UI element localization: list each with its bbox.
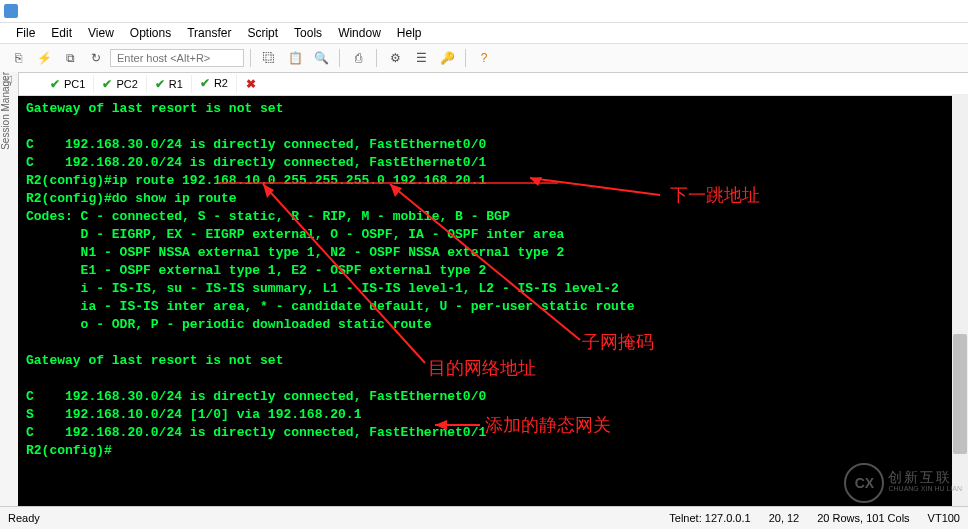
menu-help[interactable]: Help — [389, 24, 430, 42]
check-icon: ✔ — [50, 77, 60, 91]
status-pos: 20, 12 — [769, 512, 800, 524]
watermark-main: 创新互联 — [888, 471, 962, 483]
tab-pc1[interactable]: ✔PC1 — [42, 75, 94, 93]
close-tab-icon[interactable]: ✖ — [239, 72, 263, 96]
help-icon[interactable]: ? — [472, 46, 496, 70]
paste-icon[interactable]: 📋 — [283, 46, 307, 70]
separator-1 — [250, 49, 251, 67]
toolbar: ⎘ ⚡ ⧉ ↻ ⿻ 📋 🔍 ⎙ ⚙ ☰ 🔑 ? — [0, 44, 968, 73]
key-icon[interactable]: 🔑 — [435, 46, 459, 70]
menu-view[interactable]: View — [80, 24, 122, 42]
tab-label: PC1 — [64, 78, 85, 90]
tab-label: PC2 — [116, 78, 137, 90]
app-icon — [4, 4, 18, 18]
status-emul: VT100 — [928, 512, 960, 524]
scrollbar[interactable] — [952, 94, 968, 506]
session-opts-icon[interactable]: ☰ — [409, 46, 433, 70]
status-ready: Ready — [8, 512, 40, 524]
menu-options[interactable]: Options — [122, 24, 179, 42]
disconnect-icon[interactable]: ↻ — [84, 46, 108, 70]
menu-transfer[interactable]: Transfer — [179, 24, 239, 42]
tab-r1[interactable]: ✔R1 — [147, 75, 192, 93]
find-icon[interactable]: 🔍 — [309, 46, 333, 70]
menu-file[interactable]: File — [8, 24, 43, 42]
titlebar — [0, 0, 968, 23]
terminal-output[interactable]: Gateway of last resort is not set C 192.… — [18, 96, 968, 508]
session-manager-label: Session Manager — [0, 72, 11, 156]
watermark-logo-icon: CX — [844, 463, 884, 503]
menu-script[interactable]: Script — [239, 24, 286, 42]
separator-2 — [339, 49, 340, 67]
watermark: CX 创新互联 CHUANG XIN HU LIAN — [844, 463, 962, 503]
status-telnet: Telnet: 127.0.0.1 — [669, 512, 750, 524]
tab-pc2[interactable]: ✔PC2 — [94, 75, 146, 93]
check-icon: ✔ — [155, 77, 165, 91]
menu-tools[interactable]: Tools — [286, 24, 330, 42]
statusbar: Ready Telnet: 127.0.0.1 20, 12 20 Rows, … — [0, 506, 968, 529]
copy-icon[interactable]: ⿻ — [257, 46, 281, 70]
host-input[interactable] — [110, 49, 244, 67]
separator-4 — [465, 49, 466, 67]
status-size: 20 Rows, 101 Cols — [817, 512, 909, 524]
reconnect-icon[interactable]: ⧉ — [58, 46, 82, 70]
gear-icon[interactable]: ⚙ — [383, 46, 407, 70]
check-icon: ✔ — [200, 76, 210, 90]
separator-3 — [376, 49, 377, 67]
scroll-thumb[interactable] — [953, 334, 967, 454]
tab-r2[interactable]: ✔R2 — [192, 74, 237, 94]
tabbar: ✔PC1 ✔PC2 ✔R1 ✔R2 ✖ — [18, 73, 968, 96]
connect-icon[interactable]: ⎘ — [6, 46, 30, 70]
menu-window[interactable]: Window — [330, 24, 389, 42]
session-manager-tab[interactable]: Session Manager — [0, 72, 19, 509]
watermark-small: CHUANG XIN HU LIAN — [888, 483, 962, 495]
tab-label: R2 — [214, 77, 228, 89]
print-icon[interactable]: ⎙ — [346, 46, 370, 70]
check-icon: ✔ — [102, 77, 112, 91]
menubar: File Edit View Options Transfer Script T… — [0, 23, 968, 44]
tab-label: R1 — [169, 78, 183, 90]
quick-connect-icon[interactable]: ⚡ — [32, 46, 56, 70]
menu-edit[interactable]: Edit — [43, 24, 80, 42]
nav-back-icon[interactable]: ◁ — [4, 73, 12, 84]
